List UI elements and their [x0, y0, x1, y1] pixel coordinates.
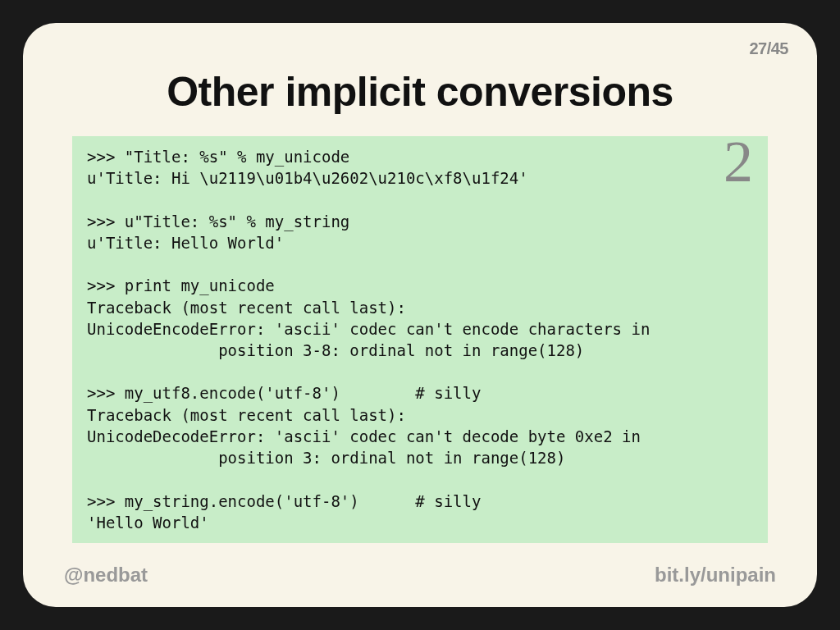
footer-handle: @nedbat	[64, 564, 148, 587]
code-block: 2>>> "Title: %s" % my_unicode u'Title: H…	[72, 136, 768, 543]
slide-title: Other implicit conversions	[64, 68, 776, 116]
footer: @nedbat bit.ly/unipain	[64, 564, 776, 587]
footer-link: bit.ly/unipain	[655, 564, 776, 587]
page-counter: 27/45	[749, 39, 788, 58]
slide: 27/45 Other implicit conversions 2>>> "T…	[23, 23, 817, 607]
code-content: >>> "Title: %s" % my_unicode u'Title: Hi…	[87, 148, 650, 532]
python-version-badge: 2	[724, 132, 753, 191]
